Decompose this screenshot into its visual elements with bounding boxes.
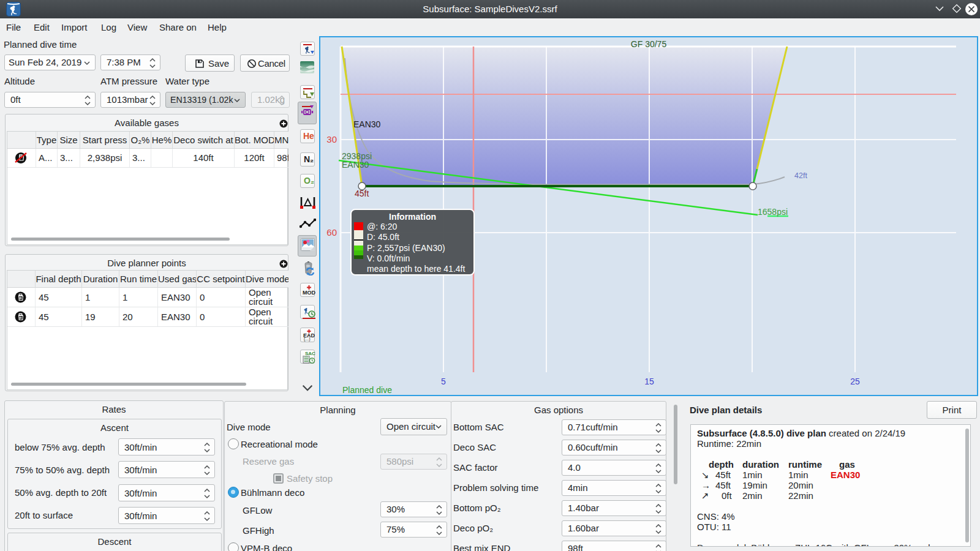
svg-text:60: 60 [326, 227, 337, 238]
svg-text:5: 5 [441, 377, 446, 386]
svg-text:15: 15 [644, 377, 654, 386]
svg-text:EAN30: EAN30 [353, 119, 381, 129]
svg-text:EAN30: EAN30 [342, 160, 369, 170]
svg-text:42ft: 42ft [794, 171, 807, 180]
svg-text:45ft: 45ft [355, 189, 369, 198]
svg-text:Planned dive: Planned dive [342, 385, 392, 395]
svg-text:1658psi: 1658psi [758, 207, 788, 217]
svg-text:GF 30/75: GF 30/75 [631, 39, 667, 49]
svg-text:30: 30 [326, 134, 337, 144]
svg-text:25: 25 [850, 377, 860, 386]
